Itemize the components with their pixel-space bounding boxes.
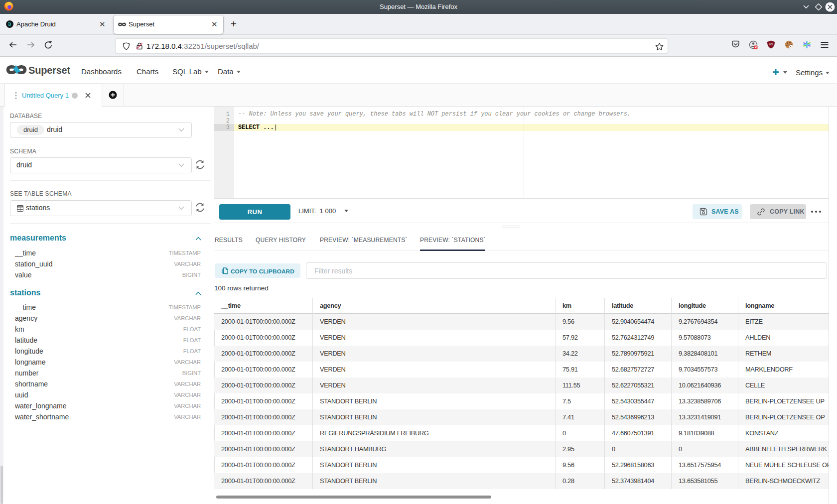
- svg-text:UO: UO: [769, 43, 773, 46]
